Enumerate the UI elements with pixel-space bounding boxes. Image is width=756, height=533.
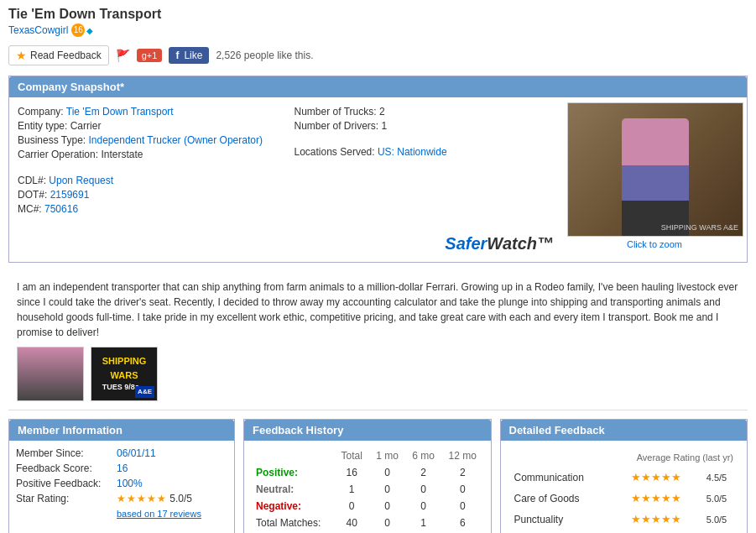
seller-link[interactable]: TexasCowgirl bbox=[8, 24, 68, 36]
diamond-icon: ◆ bbox=[86, 26, 93, 35]
feedback-score-row: Feedback Score: 16 bbox=[16, 462, 227, 474]
feedback-row-label: Positive: bbox=[251, 464, 334, 481]
feedback-row-label: Neutral: bbox=[251, 481, 334, 498]
fb-like-box[interactable]: f Like bbox=[169, 47, 209, 64]
drivers-label: Number of Drivers: bbox=[295, 120, 382, 132]
feedback-row: Negative: 0 0 0 0 bbox=[251, 498, 484, 515]
feedback-row-12mo: 6 bbox=[441, 515, 483, 531]
feedback-row: Total Matches: 40 0 1 6 bbox=[251, 515, 484, 531]
detail-category: Communication bbox=[509, 468, 625, 487]
col-header-6mo: 6 mo bbox=[405, 447, 441, 464]
fb-like-label: Like bbox=[184, 50, 202, 61]
mc-label: MC#: bbox=[18, 203, 44, 215]
avg-header: Average Rating (last yr) bbox=[626, 449, 738, 466]
detail-score: 4.5/5 bbox=[701, 468, 738, 487]
dot-label: DOT#: bbox=[18, 189, 50, 201]
carrier-label: Carrier Operation: bbox=[18, 149, 101, 160]
detail-category: Care of Goods bbox=[509, 489, 625, 508]
star-rating-value: 5.0/5 bbox=[169, 493, 192, 504]
fb-like-count: 2,526 people like this. bbox=[216, 50, 313, 61]
feedback-row-12mo: 2 bbox=[441, 464, 483, 481]
detailed-table: Average Rating (last yr) Communication ★… bbox=[508, 447, 741, 533]
page-title: Tie 'Em Down Transport bbox=[8, 7, 748, 22]
detail-col-label bbox=[509, 449, 625, 466]
entity-label: Entity type: bbox=[18, 120, 70, 132]
locations-label: Locations Served: bbox=[295, 146, 378, 158]
feedback-row-12mo: 0 bbox=[441, 481, 483, 498]
trucks-label: Number of Trucks: bbox=[295, 106, 379, 118]
detail-stars: ★★★★★ bbox=[626, 509, 699, 529]
feedback-row-6mo: 2 bbox=[405, 464, 441, 481]
click-zoom[interactable]: Click to zoom bbox=[567, 239, 742, 249]
star-rating-label: Star Rating: bbox=[16, 493, 117, 504]
feedback-row-label: Total Matches: bbox=[251, 515, 334, 531]
feedback-row: Positive: 16 0 2 2 bbox=[251, 464, 484, 481]
bio-section: I am an independent transporter that can… bbox=[8, 271, 748, 410]
cdl-value: Upon Request bbox=[49, 175, 113, 186]
positive-feedback-value: 100% bbox=[117, 478, 143, 489]
detailed-row: Communication ★★★★★ 4.5/5 bbox=[509, 468, 739, 487]
read-feedback-button[interactable]: ★ Read Feedback bbox=[8, 45, 109, 65]
entity-value: Carrier bbox=[70, 120, 102, 132]
feedback-score-value: 16 bbox=[117, 462, 128, 474]
seller-rating-badge: 16 bbox=[71, 24, 85, 37]
thumb-person[interactable] bbox=[17, 347, 84, 401]
star-rating-row: Star Rating: ★★★★★ 5.0/5 bbox=[16, 493, 227, 504]
company-value: Tie 'Em Down Transport bbox=[66, 106, 174, 118]
detailed-feedback-header: Detailed Feedback bbox=[501, 420, 748, 441]
drivers-value: 1 bbox=[382, 120, 388, 132]
detail-score: 5.0/5 bbox=[701, 509, 738, 529]
company-label: Company: bbox=[18, 106, 66, 118]
company-photo[interactable]: SHIPPING WARS A&E bbox=[567, 102, 743, 237]
star-icon: ★ bbox=[16, 49, 27, 62]
feedback-row-6mo: 0 bbox=[405, 498, 441, 515]
feedback-history-box: Feedback History Total 1 mo 6 mo 12 mo bbox=[243, 419, 492, 533]
feedback-row-6mo: 1 bbox=[405, 515, 441, 531]
toolbar: ★ Read Feedback 🚩 g+1 f Like 2,526 peopl… bbox=[8, 40, 748, 71]
safer-watch-logo: SaferWatch™ bbox=[445, 234, 554, 253]
thumb-shipping-wars[interactable]: SHIPPINGWARS TUES 9/8c A&E bbox=[91, 347, 158, 401]
feedback-row-1mo: 0 bbox=[369, 464, 405, 481]
col-header-total: Total bbox=[334, 447, 369, 464]
feedback-row-total: 40 bbox=[334, 515, 369, 531]
bio-text: I am an independent transporter that can… bbox=[17, 280, 739, 340]
carrier-value: Interstate bbox=[101, 149, 143, 160]
ae-badge: A&E bbox=[135, 386, 154, 398]
member-since-value: 06/01/11 bbox=[117, 447, 156, 459]
detail-score: 5.0/5 bbox=[701, 489, 738, 508]
col-header-1mo: 1 mo bbox=[369, 447, 405, 464]
feedback-row-1mo: 0 bbox=[369, 515, 405, 531]
three-cols: Member Information Member Since: 06/01/1… bbox=[8, 419, 748, 533]
member-info-box: Member Information Member Since: 06/01/1… bbox=[8, 419, 235, 533]
detail-stars: ★★★★★ bbox=[626, 489, 699, 508]
feedback-row: Neutral: 1 0 0 0 bbox=[251, 481, 484, 498]
fb-logo: f bbox=[175, 50, 179, 61]
dot-value: 2159691 bbox=[50, 189, 90, 201]
reviews-link[interactable]: based on 17 reviews bbox=[117, 509, 201, 519]
detail-category: Punctuality bbox=[509, 509, 625, 529]
feedback-row-total: 16 bbox=[334, 464, 369, 481]
sw-logo: SHIPPINGWARS bbox=[102, 354, 147, 382]
feedback-row-12mo: 0 bbox=[441, 498, 483, 515]
feedback-history-header: Feedback History bbox=[244, 420, 491, 441]
col-header-label bbox=[251, 447, 334, 464]
detailed-row: Punctuality ★★★★★ 5.0/5 bbox=[509, 509, 739, 529]
mc-value: 750616 bbox=[44, 203, 78, 215]
detail-stars: ★★★★★ bbox=[626, 468, 699, 487]
locations-value: US: Nationwide bbox=[378, 146, 447, 158]
gplus-button[interactable]: g+1 bbox=[137, 49, 163, 62]
feedback-score-label: Feedback Score: bbox=[16, 462, 117, 474]
photo-watermark: SHIPPING WARS A&E bbox=[661, 223, 738, 232]
flag-icon[interactable]: 🚩 bbox=[116, 49, 130, 62]
member-info-header: Member Information bbox=[9, 420, 234, 441]
biztype-value: Independent Trucker (Owner Operator) bbox=[89, 134, 263, 146]
cdl-label: CDL#: bbox=[18, 175, 49, 186]
feedback-row-total: 0 bbox=[334, 498, 369, 515]
feedback-table: Total 1 mo 6 mo 12 mo Positive: 16 0 2 2… bbox=[251, 447, 484, 533]
trucks-value: 2 bbox=[379, 106, 385, 118]
detailed-feedback-box: Detailed Feedback Average Rating (last y… bbox=[500, 419, 748, 533]
thumbnails: SHIPPINGWARS TUES 9/8c A&E bbox=[17, 347, 739, 401]
detailed-row: Care of Goods ★★★★★ 5.0/5 bbox=[509, 489, 739, 508]
biztype-label: Business Type: bbox=[18, 134, 89, 146]
member-since-label: Member Since: bbox=[16, 447, 117, 459]
